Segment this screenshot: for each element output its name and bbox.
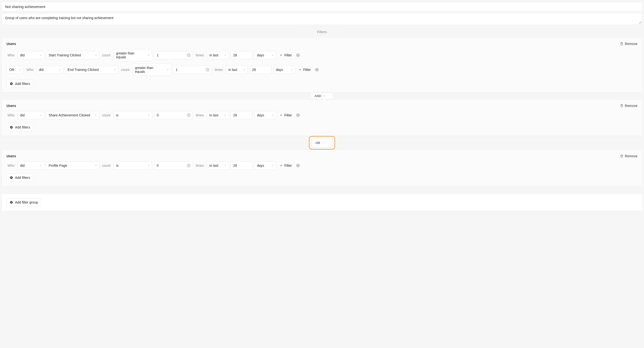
remove-row-button[interactable] (295, 163, 301, 168)
add-filters-button[interactable]: Add filters (6, 123, 33, 131)
close-circle-icon (296, 113, 300, 117)
plus-circle-icon (10, 126, 13, 129)
comparator-select[interactable]: greater than equals (132, 64, 171, 76)
comparator-value: greater than equals (135, 66, 164, 74)
count-label: count (102, 53, 110, 57)
remove-group-button[interactable]: Remove (620, 154, 638, 158)
comparator-value: is (116, 113, 118, 117)
chevron-down-icon (224, 54, 226, 56)
add-filter-button[interactable]: Filter (278, 163, 294, 169)
event-select[interactable]: End Training Clicked (65, 66, 118, 74)
time-unit-select[interactable]: days (254, 51, 276, 59)
time-op-select[interactable]: in last (207, 51, 229, 59)
verb-select[interactable]: did (36, 66, 63, 74)
verb-select[interactable]: did (18, 111, 44, 119)
close-circle-icon (296, 53, 300, 57)
time-value-text: 28 (233, 164, 237, 168)
cohort-description-textarea[interactable]: Group of users who are completing traini… (2, 13, 642, 25)
chevron-down-icon (114, 68, 116, 71)
remove-row-button[interactable] (295, 113, 301, 118)
clear-icon[interactable]: ✕ (187, 164, 191, 168)
chevron-down-icon (272, 114, 274, 116)
remove-row-button[interactable] (314, 67, 320, 72)
event-select[interactable]: Share Achievement Clicked (46, 111, 99, 119)
clear-icon[interactable]: ✕ (187, 53, 191, 57)
close-circle-icon (296, 164, 300, 168)
verb-select[interactable]: did (18, 162, 44, 170)
add-filter-button[interactable]: Filter (278, 112, 294, 118)
group-title: Users (6, 42, 16, 46)
time-unit-value: days (257, 113, 264, 117)
time-value-text: 28 (233, 53, 237, 57)
row-bool-op-value: OR (9, 68, 14, 72)
chevron-down-icon (58, 68, 61, 71)
filter-row: Who did Profile Page count is 0 ✕ times … (6, 162, 638, 170)
verb-select[interactable]: did (18, 51, 44, 59)
count-label: count (121, 68, 130, 72)
time-unit-select[interactable]: days (254, 162, 276, 170)
connector-highlight: OR (309, 136, 335, 150)
filter-row: Who did Start Training Clicked count gre… (6, 49, 638, 61)
remove-row-button[interactable] (295, 52, 301, 58)
chevron-down-icon (148, 54, 150, 56)
event-select[interactable]: Start Training Clicked (46, 51, 99, 59)
time-value-input[interactable]: 28 (231, 111, 252, 119)
time-op-select[interactable]: in last (207, 162, 229, 170)
value-input[interactable]: 1 ✕ (173, 66, 212, 74)
time-op-select[interactable]: in last (207, 111, 229, 119)
time-unit-value: days (257, 164, 264, 168)
chevron-down-icon (290, 68, 293, 71)
value-input[interactable]: 0 ✕ (154, 111, 193, 119)
chevron-down-icon (19, 68, 21, 71)
who-label: Who (26, 68, 34, 72)
add-filters-label: Add filters (15, 176, 30, 179)
event-select[interactable]: Profile Page (46, 162, 99, 170)
clear-icon[interactable]: ✕ (187, 113, 191, 117)
filter-label: Filter (284, 164, 292, 168)
count-label: count (102, 164, 110, 168)
time-value-input[interactable]: 28 (231, 51, 252, 59)
time-value-input[interactable]: 28 (231, 162, 252, 170)
group-connector-select[interactable]: AND (311, 92, 333, 99)
verb-value: did (20, 113, 25, 117)
resize-handle-icon[interactable] (639, 21, 642, 24)
comparator-select[interactable]: is (114, 111, 152, 119)
trash-icon (620, 42, 624, 45)
add-filter-button[interactable]: Filter (278, 52, 294, 58)
chevron-down-icon (322, 142, 324, 144)
cohort-name-input[interactable]: Not sharing achievement (2, 2, 642, 11)
row-bool-op-select[interactable]: OR (6, 66, 24, 74)
plus-circle-icon (10, 176, 13, 179)
time-unit-select[interactable]: days (273, 66, 295, 74)
clear-icon[interactable]: ✕ (206, 68, 210, 72)
add-filter-button[interactable]: Filter (297, 67, 312, 73)
chevron-down-icon (40, 114, 42, 116)
trash-icon (620, 104, 624, 107)
remove-group-button[interactable]: Remove (620, 42, 638, 46)
filter-label: Filter (284, 53, 292, 57)
verb-value: did (39, 68, 44, 72)
chevron-down-icon (243, 68, 246, 71)
chevron-down-icon (40, 164, 42, 167)
value-text: 0 (157, 164, 159, 168)
plus-circle-icon (10, 201, 13, 204)
add-filters-button[interactable]: Add filters (6, 174, 33, 182)
event-value: Start Training Clicked (49, 53, 81, 57)
filter-group: Users Remove Who did Profile Page count … (2, 150, 642, 186)
remove-group-button[interactable]: Remove (620, 104, 638, 108)
chevron-down-icon (272, 54, 274, 56)
group-connector-select[interactable]: OR (312, 138, 332, 148)
who-label: Who (8, 53, 14, 57)
filter-label: Filter (284, 113, 292, 117)
value-input[interactable]: 0 ✕ (154, 162, 193, 170)
comparator-select[interactable]: greater than equals (114, 49, 152, 61)
comparator-select[interactable]: is (114, 162, 152, 170)
time-op-select[interactable]: in last (226, 66, 248, 74)
time-unit-select[interactable]: days (254, 111, 276, 119)
time-unit-value: days (276, 68, 283, 72)
value-input[interactable]: 1 ✕ (154, 51, 193, 59)
add-filters-button[interactable]: Add filters (6, 80, 33, 88)
time-value-input[interactable]: 28 (250, 66, 271, 74)
comparator-value: greater than equals (116, 51, 145, 59)
add-filter-group-button[interactable]: Add filter group (6, 198, 41, 206)
